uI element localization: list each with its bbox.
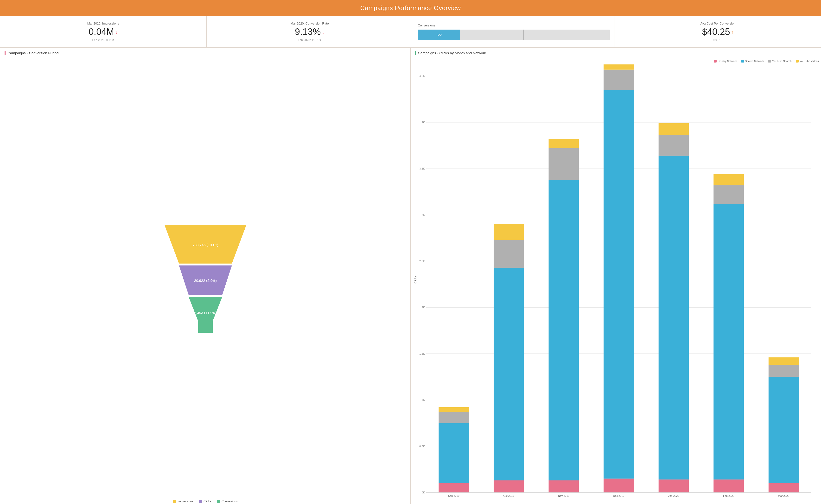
legend-display-network: Display Network: [714, 60, 737, 63]
bar-segment: [714, 185, 744, 204]
y-tick-label: 4.5K: [419, 75, 425, 77]
legend-display-dot: [714, 60, 717, 63]
bar-segment: [714, 174, 744, 185]
legend-search-network: Search Network: [741, 60, 764, 63]
y-tick-label: 2.5K: [419, 260, 425, 263]
legend-conversions: Conversions: [217, 500, 238, 503]
x-tick-label: Mar 2020: [778, 494, 789, 497]
conversion-rate-sub: Feb 2020: 11.61%: [298, 38, 321, 42]
funnel-header: Campaigns - Conversion Funnel: [0, 48, 410, 59]
conversion-rate-label: Mar 2020: Conversion Rate: [290, 22, 329, 25]
legend-impressions-dot: [173, 500, 176, 503]
legend-yt-video-label: YouTube Videos: [800, 60, 819, 63]
x-tick-label: Nov 2019: [558, 494, 569, 497]
legend-impressions-label: Impressions: [177, 500, 193, 503]
funnel-panel: Campaigns - Conversion Funnel 733,745 (1…: [0, 48, 410, 504]
bar-segment: [604, 90, 634, 479]
legend-yt-search: YouTube Search: [768, 60, 791, 63]
bar-chart-title: Campaigns - Clicks by Month and Network: [418, 51, 486, 55]
y-tick-label: 3.5K: [419, 167, 425, 170]
conversions-bar: 122: [418, 30, 610, 40]
bar-segment: [769, 365, 799, 377]
bar-chart-area: 0K0.5K1K1.5K2K2.5K3K3.5K4K4.5KClicksSep …: [410, 64, 821, 504]
bar-segment: [604, 479, 634, 492]
y-tick-label: 1.5K: [419, 352, 425, 355]
funnel-title: Campaigns - Conversion Funnel: [7, 51, 59, 55]
y-tick-label: 1K: [422, 398, 425, 401]
avg-cost-sub: $33.10: [714, 38, 722, 42]
conversions-value: 122: [436, 33, 442, 37]
kpi-row: Mar 2020: Impressions 0.04M ↓ Feb 2020: …: [0, 16, 821, 48]
funnel-impressions-label: 733,745 (100%): [192, 243, 218, 247]
chart-legend: Display Network Search Network YouTube S…: [410, 59, 821, 64]
bar-segment: [549, 139, 579, 148]
bar-segment: [494, 224, 524, 240]
x-tick-label: Dec 2019: [613, 494, 624, 497]
bar-segment: [549, 148, 579, 180]
legend-clicks-dot: [199, 500, 202, 503]
avg-cost-trend-icon: ↑: [731, 29, 734, 35]
bar-segment: [769, 377, 799, 483]
kpi-avg-cost: Avg Cost Per Conversion $40.25 ↑ $33.10: [615, 16, 821, 47]
avg-cost-label: Avg Cost Per Conversion: [700, 22, 735, 25]
funnel-accent-bar: [5, 51, 6, 55]
funnel-conversions-stem: [198, 321, 213, 333]
bar-segment: [714, 479, 744, 492]
legend-clicks-label: Clicks: [203, 500, 211, 503]
legend-search-label: Search Network: [745, 60, 764, 63]
x-tick-label: Sep 2019: [448, 494, 460, 497]
bar-chart-accent-bar: [415, 51, 416, 55]
impressions-label: Mar 2020: Impressions: [87, 22, 119, 25]
funnel-area: 733,745 (100%) 20,922 (2.9%) 2,493 (11.9…: [0, 59, 410, 497]
kpi-conversion-rate: Mar 2020: Conversion Rate 9.13% ↓ Feb 20…: [207, 16, 413, 47]
avg-cost-value: $40.25 ↑: [702, 27, 734, 37]
funnel-svg: 733,745 (100%) 20,922 (2.9%) 2,493 (11.9…: [160, 220, 251, 336]
legend-conversions-dot: [217, 500, 220, 503]
impressions-sub: Feb 2020: 0.11M: [92, 38, 114, 42]
legend-display-label: Display Network: [718, 60, 737, 63]
legend-search-dot: [741, 60, 744, 63]
funnel-conversions-segment: [189, 297, 222, 321]
bar-segment: [549, 480, 579, 492]
y-tick-label: 4K: [422, 121, 425, 124]
conversion-rate-trend-icon: ↓: [322, 29, 324, 35]
kpi-impressions: Mar 2020: Impressions 0.04M ↓ Feb 2020: …: [0, 16, 207, 47]
bar-segment: [659, 156, 689, 479]
bar-chart-svg: 0K0.5K1K1.5K2K2.5K3K3.5K4K4.5KClicksSep …: [413, 64, 816, 504]
y-tick-label: 0K: [422, 491, 425, 494]
bar-segment: [494, 480, 524, 492]
impressions-trend-icon: ↓: [115, 29, 118, 35]
bar-segment: [439, 412, 469, 423]
bar-segment: [769, 483, 799, 492]
y-tick-label: 2K: [422, 306, 425, 309]
x-tick-label: Feb 2020: [723, 494, 734, 497]
bar-chart-header: Campaigns - Clicks by Month and Network: [410, 48, 821, 59]
legend-yt-videos: YouTube Videos: [796, 60, 819, 63]
page-header: Campaigns Performance Overview: [0, 0, 821, 16]
y-axis-label: Clicks: [414, 276, 417, 283]
bar-segment: [659, 479, 689, 492]
y-tick-label: 3K: [422, 214, 425, 216]
bar-segment: [604, 70, 634, 90]
bottom-row: Campaigns - Conversion Funnel 733,745 (1…: [0, 48, 821, 504]
conversion-rate-value: 9.13% ↓: [295, 27, 324, 37]
kpi-conversions: Conversions 122: [413, 16, 615, 47]
legend-yt-video-dot: [796, 60, 799, 63]
bar-segment: [494, 268, 524, 480]
funnel-clicks-label: 20,922 (2.9%): [194, 278, 216, 283]
impressions-value: 0.04M ↓: [88, 27, 118, 37]
y-tick-label: 0.5K: [419, 445, 425, 448]
funnel-conversions-label: 2,493 (11.9%): [194, 311, 216, 315]
bar-segment: [439, 407, 469, 412]
legend-yt-search-dot: [768, 60, 771, 63]
page-title: Campaigns Performance Overview: [360, 4, 461, 12]
bar-segment: [714, 204, 744, 479]
funnel-legend: Impressions Clicks Conversions: [0, 497, 410, 504]
bar-segment: [549, 180, 579, 480]
bar-segment: [659, 123, 689, 135]
x-tick-label: Jan 2020: [668, 494, 679, 497]
legend-impressions: Impressions: [173, 500, 193, 503]
conversions-label: Conversions: [418, 24, 610, 27]
bar-segment: [604, 64, 634, 70]
bar-chart-panel: Campaigns - Clicks by Month and Network …: [410, 48, 821, 504]
